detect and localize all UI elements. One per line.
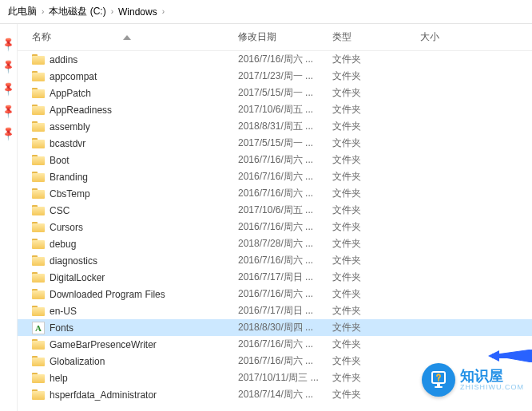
- file-row-boot[interactable]: Boot2016/7/16/周六 ...文件夹: [18, 152, 532, 168]
- file-row-addins[interactable]: addins2016/7/16/周六 ...文件夹: [18, 51, 532, 68]
- folder-icon: [32, 389, 45, 400]
- file-date: 2018/7/28/周六 ...: [238, 237, 332, 251]
- file-row-bcastdvr[interactable]: bcastdvr2017/5/15/周一 ...文件夹: [18, 135, 532, 152]
- file-row-csc[interactable]: CSC2017/10/6/周五 ...文件夹: [18, 202, 532, 219]
- file-row-en-us[interactable]: en-US2016/7/17/周日 ...文件夹: [18, 302, 532, 319]
- file-name-cell: DigitalLocker: [32, 272, 238, 283]
- file-row-digitallocker[interactable]: DigitalLocker2016/7/17/周日 ...文件夹: [18, 269, 532, 286]
- breadcrumb-seg-folder[interactable]: Windows: [118, 6, 157, 18]
- header-date[interactable]: 修改日期: [238, 30, 332, 44]
- file-date: 2016/7/16/周六 ...: [238, 53, 332, 66]
- file-name-label: bcastdvr: [50, 138, 85, 149]
- file-name-label: Fonts: [50, 322, 73, 334]
- column-headers: 名称 修改日期 类型 大小: [18, 24, 532, 51]
- file-row-help[interactable]: help2017/10/11/周三 ...文件夹: [18, 370, 532, 386]
- file-name-label: hsperfdata_Administrator: [50, 389, 157, 401]
- sort-ascending-icon: [123, 35, 131, 40]
- file-row-cbstemp[interactable]: CbsTemp2016/7/16/周六 ...文件夹: [18, 185, 532, 202]
- file-date: 2017/5/15/周一 ...: [238, 86, 332, 100]
- chevron-right-icon: ›: [111, 7, 113, 16]
- file-type: 文件夹: [332, 321, 420, 334]
- folder-icon: [32, 71, 45, 81]
- folder-icon: [32, 172, 45, 182]
- file-row-gamebarpresencewriter[interactable]: GameBarPresenceWriter2016/7/16/周六 ...文件夹: [18, 336, 532, 353]
- file-row-hsperfdata-administrator[interactable]: hsperfdata_Administrator2018/7/14/周六 ...…: [18, 386, 532, 403]
- file-date: 2016/7/16/周六 ...: [238, 170, 332, 184]
- file-name-label: appcompat: [50, 71, 97, 82]
- file-row-cursors[interactable]: Cursors2016/7/16/周六 ...文件夹: [18, 219, 532, 235]
- file-date: 2017/10/6/周五 ...: [238, 103, 332, 117]
- file-row-branding[interactable]: Branding2016/7/16/周六 ...文件夹: [18, 168, 532, 185]
- file-row-globalization[interactable]: Globalization2016/7/16/周六 ...文件夹: [18, 353, 532, 370]
- file-list: addins2016/7/16/周六 ...文件夹appcompat2017/1…: [18, 51, 532, 403]
- file-name-label: CSC: [50, 205, 69, 216]
- file-row-appreadiness[interactable]: AppReadiness2017/10/6/周五 ...文件夹: [18, 101, 532, 118]
- file-type: 文件夹: [332, 120, 420, 133]
- file-date: 2016/7/17/周日 ...: [238, 304, 332, 318]
- file-type: 文件夹: [332, 153, 420, 167]
- file-row-downloaded-program-files[interactable]: Downloaded Program Files2016/7/16/周六 ...…: [18, 286, 532, 302]
- folder-icon: [32, 205, 45, 215]
- file-name-cell: Cursors: [32, 222, 238, 233]
- file-type: 文件夹: [332, 271, 420, 284]
- folder-icon: [32, 88, 45, 98]
- file-type: 文件夹: [332, 220, 420, 234]
- header-name[interactable]: 名称: [32, 30, 238, 44]
- header-size[interactable]: 大小: [420, 30, 532, 44]
- file-row-debug[interactable]: debug2018/7/28/周六 ...文件夹: [18, 235, 532, 252]
- file-name-cell: debug: [32, 239, 238, 250]
- file-date: 2017/10/11/周三 ...: [238, 371, 332, 385]
- file-name-cell: AFonts: [32, 322, 238, 334]
- file-type: 文件夹: [332, 136, 420, 150]
- file-date: 2016/7/16/周六 ...: [238, 254, 332, 267]
- file-name-cell: Branding: [32, 172, 238, 183]
- file-type: 文件夹: [332, 187, 420, 200]
- file-row-diagnostics[interactable]: diagnostics2016/7/16/周六 ...文件夹: [18, 252, 532, 269]
- folder-icon: [32, 188, 45, 199]
- file-name-label: diagnostics: [50, 255, 97, 267]
- folder-icon: [32, 121, 45, 132]
- folder-icon: [32, 54, 45, 65]
- breadcrumb-seg-thispc[interactable]: 此电脑: [8, 5, 37, 18]
- file-type: 文件夹: [332, 170, 420, 184]
- folder-icon: [32, 289, 45, 299]
- file-name-cell: appcompat: [32, 71, 238, 82]
- file-type: 文件夹: [332, 86, 420, 100]
- file-type: 文件夹: [332, 338, 420, 351]
- file-row-assembly[interactable]: assembly2018/8/31/周五 ...文件夹: [18, 118, 532, 135]
- file-type: 文件夹: [332, 237, 420, 251]
- file-name-cell: CSC: [32, 205, 238, 216]
- file-type: 文件夹: [332, 354, 420, 368]
- file-type: 文件夹: [332, 254, 420, 267]
- file-date: 2017/1/23/周一 ...: [238, 69, 332, 83]
- file-date: 2016/7/16/周六 ...: [238, 354, 332, 368]
- pin-icon: 📌: [0, 124, 18, 144]
- folder-icon: [32, 306, 45, 316]
- folder-icon: [32, 356, 45, 366]
- file-name-label: en-US: [50, 306, 77, 317]
- file-name-cell: bcastdvr: [32, 138, 238, 149]
- file-type: 文件夹: [332, 53, 420, 66]
- file-date: 2016/7/16/周六 ...: [238, 153, 332, 167]
- file-name-label: GameBarPresenceWriter: [50, 339, 157, 350]
- file-name-cell: assembly: [32, 121, 238, 132]
- file-row-appcompat[interactable]: appcompat2017/1/23/周一 ...文件夹: [18, 68, 532, 85]
- file-row-fonts[interactable]: AFonts2018/8/30/周四 ...文件夹: [18, 319, 532, 336]
- pin-icon: 📌: [0, 79, 18, 99]
- file-type: 文件夹: [332, 204, 420, 217]
- file-name-label: AppPatch: [50, 88, 91, 99]
- file-name-label: Downloaded Program Files: [50, 289, 165, 300]
- file-row-apppatch[interactable]: AppPatch2017/5/15/周一 ...文件夹: [18, 85, 532, 101]
- breadcrumb[interactable]: 此电脑 › 本地磁盘 (C:) › Windows ›: [0, 0, 532, 24]
- header-type[interactable]: 类型: [332, 30, 420, 44]
- file-name-cell: en-US: [32, 306, 238, 317]
- file-name-label: debug: [50, 239, 76, 250]
- fonts-icon: A: [32, 322, 45, 334]
- file-name-cell: addins: [32, 54, 238, 65]
- file-name-cell: help: [32, 373, 238, 384]
- folder-icon: [32, 255, 45, 266]
- file-type: 文件夹: [332, 287, 420, 301]
- file-name-label: Branding: [50, 172, 88, 183]
- pin-icon: 📌: [0, 101, 18, 121]
- breadcrumb-seg-drive[interactable]: 本地磁盘 (C:): [49, 5, 105, 18]
